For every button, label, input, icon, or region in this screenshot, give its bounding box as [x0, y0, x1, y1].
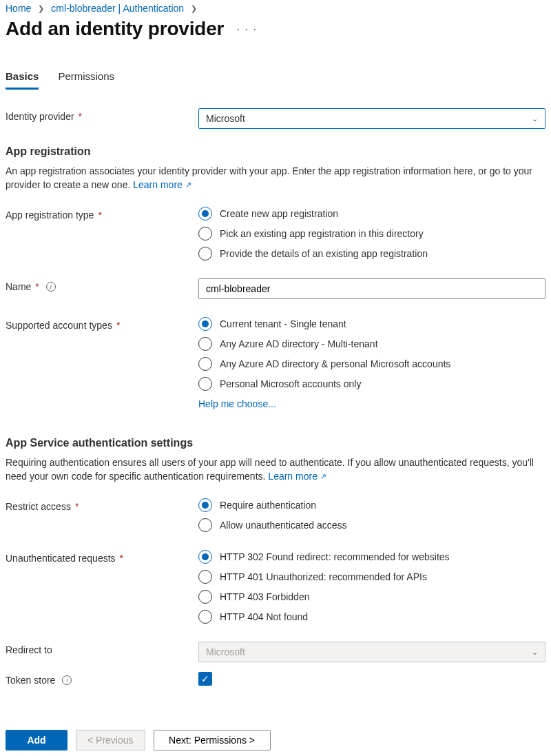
- radio-provide-details[interactable]: Provide the details of an existing app r…: [198, 247, 545, 260]
- restrict-access-label: Restrict access: [6, 501, 71, 512]
- required-indicator: *: [116, 320, 120, 331]
- radio-icon: [198, 550, 212, 564]
- radio-label: HTTP 401 Unauthorized: recommended for A…: [220, 571, 427, 582]
- radio-single-tenant[interactable]: Current tenant - Single tenant: [198, 317, 545, 331]
- radio-multi-tenant[interactable]: Any Azure AD directory - Multi-tenant: [198, 337, 545, 351]
- required-indicator: *: [35, 281, 39, 292]
- radio-http-401[interactable]: HTTP 401 Unauthorized: recommended for A…: [198, 570, 545, 584]
- radio-http-404[interactable]: HTTP 404 Not found: [198, 610, 545, 624]
- info-icon[interactable]: i: [62, 675, 72, 685]
- radio-icon: [198, 498, 212, 512]
- radio-label: Create new app registration: [220, 208, 338, 219]
- radio-icon: [198, 207, 212, 221]
- redirect-to-label: Redirect to: [6, 644, 52, 655]
- radio-icon: [198, 570, 212, 584]
- external-link-icon: ↗: [185, 180, 191, 190]
- tab-permissions[interactable]: Permissions: [58, 70, 114, 90]
- breadcrumb-home[interactable]: Home: [6, 3, 31, 14]
- name-input[interactable]: [198, 278, 545, 299]
- radio-personal-only[interactable]: Personal Microsoft accounts only: [198, 377, 545, 391]
- token-store-label: Token store: [6, 675, 55, 686]
- more-actions-icon[interactable]: · · ·: [236, 22, 257, 37]
- radio-label: Pick an existing app registration in thi…: [220, 228, 424, 239]
- radio-label: Personal Microsoft accounts only: [220, 378, 361, 389]
- breadcrumb: Home ❯ cml-blobreader | Authentication ❯: [6, 0, 545, 18]
- radio-label: HTTP 403 Forbidden: [220, 591, 309, 602]
- radio-create-new[interactable]: Create new app registration: [198, 207, 545, 221]
- help-me-choose-link[interactable]: Help me choose...: [198, 398, 545, 409]
- radio-icon: [198, 357, 212, 371]
- required-indicator: *: [79, 111, 82, 122]
- required-indicator: *: [120, 553, 123, 564]
- redirect-to-select: Microsoft ⌄: [198, 642, 545, 662]
- radio-icon: [198, 590, 212, 604]
- unauth-requests-label: Unauthenticated requests: [6, 553, 116, 564]
- external-link-icon: ↗: [320, 471, 326, 482]
- radio-label: HTTP 404 Not found: [220, 611, 308, 622]
- account-types-label: Supported account types: [6, 320, 112, 331]
- auth-settings-desc: Requiring authentication ensures all use…: [6, 456, 545, 483]
- chevron-right-icon: ❯: [191, 4, 197, 13]
- tab-basics[interactable]: Basics: [6, 70, 39, 90]
- radio-label: Any Azure AD directory & personal Micros…: [220, 358, 450, 369]
- breadcrumb-parent[interactable]: cml-blobreader | Authentication: [51, 3, 184, 14]
- radio-label: Allow unauthenticated access: [220, 520, 346, 531]
- required-indicator: *: [98, 210, 101, 221]
- radio-icon: [198, 227, 212, 241]
- page-title: Add an identity provider: [6, 18, 224, 40]
- app-registration-heading: App registration: [6, 145, 545, 158]
- info-icon[interactable]: i: [46, 282, 56, 292]
- learn-more-link[interactable]: Learn more ↗: [133, 178, 191, 192]
- radio-icon: [198, 317, 212, 331]
- radio-icon: [198, 247, 212, 260]
- radio-icon: [198, 337, 212, 351]
- token-store-checkbox[interactable]: ✓: [198, 672, 212, 686]
- chevron-right-icon: ❯: [38, 4, 44, 13]
- radio-http-403[interactable]: HTTP 403 Forbidden: [198, 590, 545, 604]
- name-label: Name: [6, 281, 31, 292]
- radio-icon: [198, 518, 212, 532]
- check-icon: ✓: [201, 673, 209, 684]
- auth-settings-heading: App Service authentication settings: [6, 437, 545, 449]
- chevron-down-icon: ⌄: [532, 114, 538, 123]
- learn-more-link[interactable]: Learn more ↗: [268, 470, 326, 484]
- app-registration-desc: An app registration associates your iden…: [6, 165, 545, 192]
- identity-provider-label: Identity provider: [6, 111, 74, 122]
- radio-icon: [198, 377, 212, 391]
- radio-label: Current tenant - Single tenant: [220, 318, 346, 329]
- radio-http-302[interactable]: HTTP 302 Found redirect: recommended for…: [198, 550, 545, 564]
- radio-icon: [198, 610, 212, 624]
- tabs: Basics Permissions: [6, 70, 545, 90]
- radio-label: HTTP 302 Found redirect: recommended for…: [220, 551, 450, 562]
- radio-pick-existing[interactable]: Pick an existing app registration in thi…: [198, 227, 545, 241]
- identity-provider-value: Microsoft: [206, 113, 245, 124]
- redirect-to-value: Microsoft: [206, 646, 245, 657]
- radio-label: Require authentication: [220, 500, 316, 511]
- radio-require-auth[interactable]: Require authentication: [198, 498, 545, 512]
- radio-multi-personal[interactable]: Any Azure AD directory & personal Micros…: [198, 357, 545, 371]
- identity-provider-select[interactable]: Microsoft ⌄: [198, 108, 545, 129]
- chevron-down-icon: ⌄: [532, 648, 538, 657]
- radio-label: Provide the details of an existing app r…: [220, 248, 428, 259]
- radio-allow-unauth[interactable]: Allow unauthenticated access: [198, 518, 545, 532]
- radio-label: Any Azure AD directory - Multi-tenant: [220, 338, 378, 349]
- app-reg-type-label: App registration type: [6, 210, 94, 221]
- required-indicator: *: [75, 501, 79, 512]
